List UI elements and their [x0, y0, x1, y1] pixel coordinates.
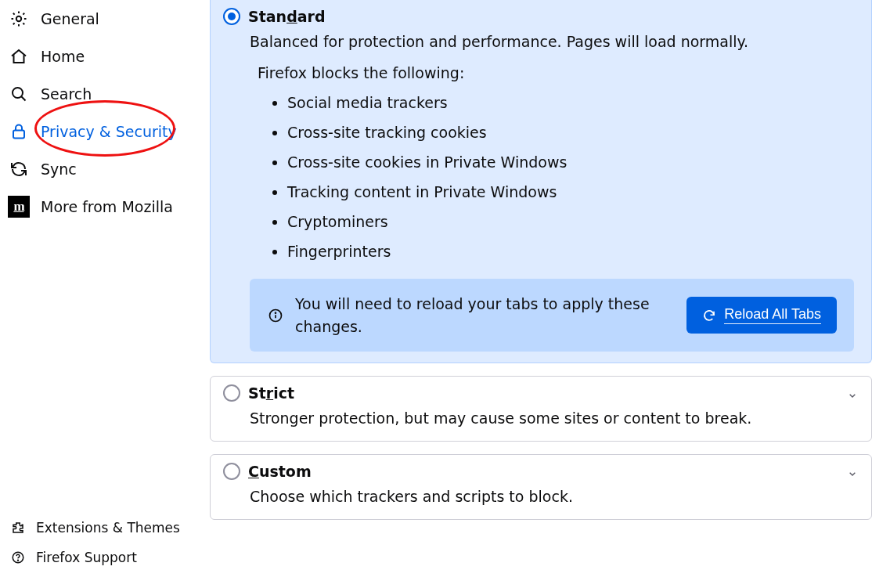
option-title-strict: Strict	[248, 384, 294, 402]
chevron-down-icon[interactable]	[845, 466, 860, 482]
tracking-option-custom[interactable]: Custom Choose which trackers and scripts…	[210, 454, 872, 520]
settings-content: Standard {} Balanced for protection and …	[204, 0, 872, 588]
sidebar-item-label: General	[41, 10, 99, 27]
svg-point-4	[18, 560, 19, 561]
sidebar-item-label: Firefox Support	[36, 550, 137, 565]
block-item: Tracking content in Private Windows	[287, 177, 854, 207]
sync-icon	[8, 158, 30, 180]
sidebar-item-extensions-themes[interactable]: Extensions & Themes	[0, 513, 204, 543]
sidebar-item-label: More from Mozilla	[41, 198, 173, 215]
radio-standard[interactable]	[223, 8, 240, 25]
blocks-heading: Firefox blocks the following:	[258, 64, 854, 81]
svg-point-1	[13, 88, 23, 98]
svg-point-0	[16, 16, 21, 21]
sidebar-item-label: Extensions & Themes	[36, 520, 180, 536]
sidebar-item-privacy-security[interactable]: Privacy & Security	[0, 113, 204, 150]
option-desc-custom: Choose which trackers and scripts to blo…	[250, 488, 854, 505]
sidebar-item-label: Home	[41, 48, 85, 65]
blocks-list: Social media trackers Cross-site trackin…	[272, 88, 854, 266]
sidebar-item-search[interactable]: Search	[0, 75, 204, 113]
info-icon	[267, 307, 284, 324]
sidebar-item-label: Privacy & Security	[41, 123, 177, 140]
block-item: Cryptominers	[287, 207, 854, 236]
puzzle-icon	[9, 519, 27, 536]
help-icon	[9, 549, 27, 566]
option-title-custom: Custom	[248, 463, 312, 480]
sidebar-item-sync[interactable]: Sync	[0, 150, 204, 188]
radio-strict[interactable]	[223, 384, 240, 402]
sidebar-item-home[interactable]: Home	[0, 38, 204, 75]
search-icon	[8, 83, 30, 105]
sidebar-item-label: Sync	[41, 161, 77, 178]
svg-point-6	[276, 312, 276, 313]
block-item: Social media trackers	[287, 88, 854, 117]
gear-icon	[8, 8, 30, 30]
home-icon	[8, 45, 30, 67]
svg-rect-2	[13, 131, 24, 139]
settings-sidebar: General Home Search Privacy & Security	[0, 0, 204, 588]
option-title-standard: Standard	[248, 8, 326, 25]
sidebar-item-general[interactable]: General	[0, 0, 204, 38]
tracking-option-strict[interactable]: Strict Stronger protection, but may caus…	[210, 376, 872, 442]
reload-icon	[702, 308, 716, 323]
lock-icon	[8, 121, 30, 142]
chevron-down-icon[interactable]	[845, 388, 860, 403]
block-item: Fingerprinters	[287, 236, 854, 266]
sidebar-item-label: Search	[41, 85, 92, 103]
reload-all-tabs-button[interactable]: Reload All Tabs	[686, 297, 837, 334]
reload-button-label: Reload All Tabs	[724, 306, 821, 324]
option-desc-standard: Balanced for protection and performance.…	[250, 33, 854, 50]
radio-custom[interactable]	[223, 463, 240, 480]
option-desc-strict: Stronger protection, but may cause some …	[250, 409, 854, 427]
reload-message: You will need to reload your tabs to app…	[295, 293, 676, 337]
block-item: Cross-site tracking cookies	[287, 117, 854, 147]
sidebar-item-more-mozilla[interactable]: m More from Mozilla	[0, 188, 204, 225]
mozilla-icon: m	[8, 196, 30, 218]
sidebar-item-firefox-support[interactable]: Firefox Support	[0, 543, 204, 572]
block-item: Cross-site cookies in Private Windows	[287, 147, 854, 177]
tracking-option-standard[interactable]: Standard {} Balanced for protection and …	[210, 0, 872, 363]
reload-banner: You will need to reload your tabs to app…	[250, 279, 854, 352]
